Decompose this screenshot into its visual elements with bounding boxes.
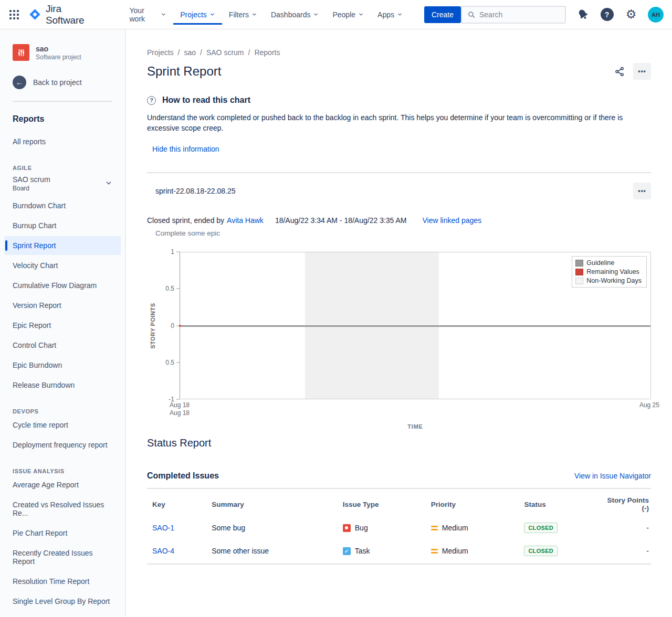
board-selector[interactable]: SAO scrum Board [4,171,121,195]
nav-projects[interactable]: Projects [173,5,222,25]
bug-icon [343,524,351,532]
priority-medium-icon [431,526,438,530]
completed-issues-heading: Completed Issues [147,471,219,481]
settings-gear-icon[interactable]: ⚙ [624,7,638,22]
project-header: sao Software project [4,44,121,61]
sidebar-item-all-reports[interactable]: All reports [4,132,121,151]
board-name: SAO scrum [13,175,50,184]
breadcrumb-reports[interactable]: Reports [254,48,280,57]
sidebar-item-single-level-group-by-report[interactable]: Single Level Group By Report [4,592,121,611]
sidebar-item-cycle-time-report[interactable]: Cycle time report [4,416,121,434]
header-key: Key [147,488,207,517]
view-in-issue-navigator-link[interactable]: View in Issue Navigator [574,472,651,480]
issue-key-link[interactable]: SAO-4 [152,547,174,555]
chevron-down-icon [161,12,166,17]
chart-y-axis-label: STORY POINTS [150,303,156,348]
nav-apps[interactable]: Apps [371,5,410,25]
question-circle-icon: ? [147,96,156,105]
sprint-name: sprint-22.08.18-22.08.25 [155,187,236,195]
sprint-more-actions-button[interactable] [633,183,651,199]
logo-text: Jira Software [46,3,102,26]
chart-plot-area: Guideline Remaining Values Non-Working D… [180,252,651,399]
nav-dashboards[interactable]: Dashboards [264,5,326,25]
nav-your-work[interactable]: Your work [123,5,174,25]
table-row: SAO-4 Some other issue Task Medium [147,540,651,564]
remaining-values-swatch [575,269,583,275]
status-report-title: Status Report [147,437,651,449]
sidebar-item-resolution-time-report[interactable]: Resolution Time Report [4,572,121,591]
main-nav: Your work Projects Filters Dashboards Pe… [123,5,410,25]
sidebar-item-epic-report[interactable]: Epic Report [4,316,121,335]
how-to-read-block: ? How to read this chart Understand the … [147,95,651,173]
issue-type-label: Bug [355,524,368,532]
breadcrumb-sao-scrum[interactable]: SAO scrum [206,48,244,57]
help-icon[interactable]: ? [600,7,614,22]
create-button[interactable]: Create [424,6,461,23]
sidebar-item-sprint-report[interactable]: Sprint Report [4,236,121,255]
chevron-down-icon [313,12,319,17]
hide-information-link[interactable]: Hide this information [152,145,219,153]
sidebar-item-release-burndown[interactable]: Release Burndown [4,376,121,395]
sidebar-item-version-report[interactable]: Version Report [4,296,121,315]
board-sub-label: Board [13,185,50,192]
section-label-issue-analysis: ISSUE ANALYSIS [4,468,121,474]
header-summary: Summary [207,488,339,517]
sidebar-divider [13,101,112,102]
priority-medium-icon [431,549,438,554]
search-input[interactable] [479,10,560,19]
chevron-down-icon [358,12,364,17]
info-heading: How to read this chart [162,95,250,105]
sprint-chart: STORY POINTS 1 0.5 0 0.5 -1 [147,252,651,430]
user-avatar[interactable]: AH [648,7,664,23]
view-linked-pages-link[interactable]: View linked pages [423,216,482,225]
page-title: Sprint Report [147,64,221,79]
header-status: Status [520,488,595,517]
chart-legend: Guideline Remaining Values Non-Working D… [572,256,647,288]
header-issue-type: Issue Type [339,488,427,517]
nav-people[interactable]: People [326,5,371,25]
issue-key-link[interactable]: SAO-1 [152,524,174,532]
chart-x-ticks: Aug 18 Aug 18 Aug 25 [180,399,651,416]
sidebar-item-deployment-frequency-report[interactable]: Deployment frequency report [4,435,121,454]
sidebar-item-cumulative-flow-diagram[interactable]: Cumulative Flow Diagram [4,276,121,295]
back-arrow-icon: ← [13,76,26,89]
app-switcher-icon[interactable] [7,8,21,22]
sidebar-item-average-age-report[interactable]: Average Age Report [4,475,121,494]
search-box[interactable] [461,6,566,24]
sprint-status-text: Closed sprint, ended by [147,216,224,225]
breadcrumb-sao[interactable]: sao [184,48,196,57]
jira-diamond-icon [28,8,41,21]
jira-logo[interactable]: Jira Software [28,3,102,26]
nav-filters[interactable]: Filters [222,5,264,25]
chevron-down-icon [209,12,215,17]
remaining-values-point [179,325,181,327]
sidebar-item-burndown-chart[interactable]: Burndown Chart [4,196,121,215]
share-icon[interactable] [611,63,628,80]
notifications-bell-icon[interactable] [575,7,590,22]
sidebar-item-recently-created-issues-report[interactable]: Recently Created Issues Report [4,544,121,571]
project-avatar-icon [13,44,29,61]
section-label-agile: AGILE [4,165,121,171]
legend-remaining-values: Remaining Values [575,268,642,275]
breadcrumb: Projects / sao / SAO scrum / Reports [147,48,651,57]
sidebar-item-control-chart[interactable]: Control Chart [4,336,121,355]
back-to-project-button[interactable]: ← Back to project [4,76,121,89]
breadcrumb-projects[interactable]: Projects [147,48,174,57]
task-icon [343,547,351,555]
chart-x-axis-label: TIME [180,423,651,430]
page-more-actions-button[interactable] [633,63,651,80]
sidebar-item-epic-burndown[interactable]: Epic Burndown [4,356,121,375]
sidebar-item-burnup-chart[interactable]: Burnup Chart [4,216,121,235]
project-type: Software project [36,54,81,61]
sprint-section: sprint-22.08.18-22.08.25 Closed sprint, … [147,183,651,237]
sprint-ended-by-link[interactable]: Avita Hawk [227,216,264,225]
main-content: Projects / sao / SAO scrum / Reports Spr… [126,29,672,616]
story-points-value: - [595,517,651,540]
sprint-epic-label: Complete some epic [147,229,651,237]
sidebar-item-pie-chart-report[interactable]: Pie Chart Report [4,524,121,542]
table-row: SAO-1 Some bug Bug Medium [147,517,651,540]
status-badge: CLOSED [524,523,558,533]
sidebar-item-velocity-chart[interactable]: Velocity Chart [4,256,121,275]
header-priority: Priority [427,488,520,517]
sidebar-item-created-vs-resolved[interactable]: Created vs Resolved Issues Re... [4,495,121,523]
